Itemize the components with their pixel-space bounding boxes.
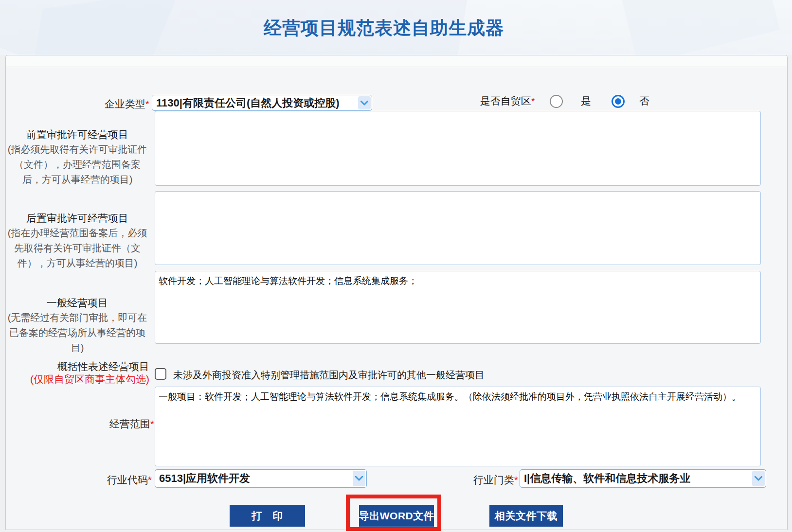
pre-approval-textarea[interactable] (155, 111, 761, 186)
print-button[interactable]: 打 印 (230, 505, 305, 527)
enterprise-type-select[interactable]: 1130|有限责任公司(自然人投资或控股) (152, 95, 372, 111)
highlight-annotation (346, 495, 441, 531)
industry-category-select[interactable]: I|信息传输、软件和信息技术服务业 (520, 469, 766, 488)
download-button[interactable]: 相关文件下载 (489, 505, 563, 527)
business-scope-label: 经营范围* (0, 417, 154, 431)
free-trade-zone-label: 是否自贸区* (452, 94, 535, 108)
radio-yes-label: 是 (581, 94, 591, 108)
summary-label: 概括性表述经营项目 (0, 360, 149, 373)
page-title: 经营项目规范表述自助生成器 (0, 16, 768, 40)
chevron-down-icon[interactable] (358, 96, 371, 109)
industry-code-label: 行业代码* (0, 473, 152, 487)
post-approval-textarea[interactable] (155, 191, 761, 265)
enterprise-type-label: 企业类型* (0, 97, 149, 111)
free-trade-zone-group: 是否自贸区* 是 否 (452, 94, 649, 108)
general-projects-textarea[interactable]: 软件开发；人工智能理论与算法软件开发；信息系统集成服务； (155, 271, 761, 344)
summary-note: (仅限自贸区商事主体勾选) (0, 372, 149, 386)
radio-no-label: 否 (639, 94, 649, 108)
business-scope-textarea[interactable]: 一般项目：软件开发；人工智能理论与算法软件开发；信息系统集成服务。（除依法须经批… (155, 387, 761, 466)
summary-checkbox-label: 未涉及外商投资准入特别管理措施范围内及审批许可的其他一般经营项目 (173, 369, 485, 382)
chevron-down-icon[interactable] (752, 471, 765, 486)
industry-category-label: 行业门类* (438, 473, 518, 487)
industry-code-select[interactable]: 6513|应用软件开发 (155, 469, 367, 488)
pre-approval-label: 前置审批许可经营项目 (指必须先取得有关许可审批证件（文件），办理经营范围备案后… (7, 127, 148, 187)
summary-checkbox[interactable] (155, 368, 166, 380)
chevron-down-icon[interactable] (353, 471, 365, 486)
radio-no[interactable] (612, 95, 625, 108)
general-projects-label: 一般经营项目 (无需经过有关部门审批，即可在已备案的经营场所从事经营的项目) (7, 296, 148, 355)
radio-yes[interactable] (550, 95, 563, 108)
post-approval-label: 后置审批许可经营项目 (指在办理经营范围备案后，必须先取得有关许可审批证件（文件… (7, 211, 148, 271)
